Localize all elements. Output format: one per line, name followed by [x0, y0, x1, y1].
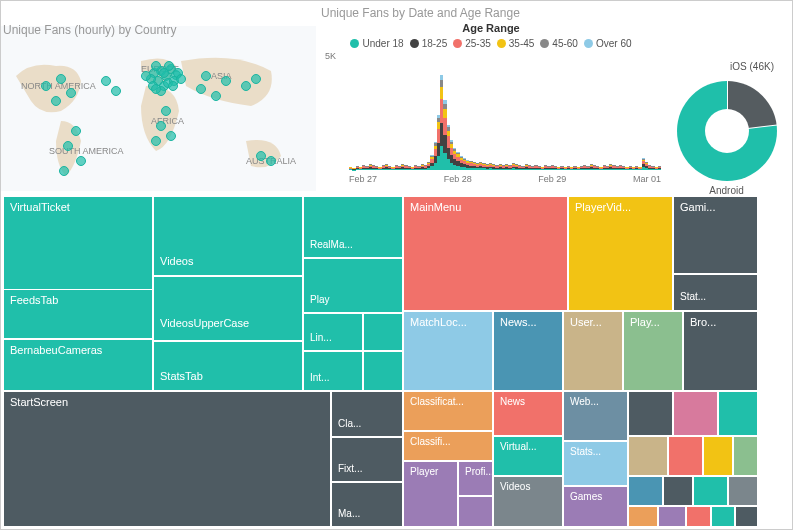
map-area[interactable]: NORTH AMERICA SOUTH AMERICA EUROPE ASIA …: [1, 26, 316, 191]
tree-node[interactable]: Bro...: [683, 311, 758, 391]
bar-chart[interactable]: Unique Fans by Date and Age Range Age Ra…: [321, 6, 661, 191]
tree-node[interactable]: [686, 506, 711, 527]
tree-node[interactable]: Cla...: [331, 391, 403, 437]
tree-node[interactable]: StatsTab: [153, 341, 303, 391]
tree-node[interactable]: Videos: [493, 476, 563, 527]
tree-node[interactable]: [728, 476, 758, 506]
legend-item: Under 18: [350, 38, 403, 49]
tree-node[interactable]: [628, 391, 673, 436]
tree-node[interactable]: [703, 436, 733, 476]
tree-node[interactable]: [711, 506, 735, 527]
tree-node[interactable]: FeedsTab: [3, 289, 153, 339]
map-chart[interactable]: NORTH AMERICA SOUTH AMERICA EUROPE ASIA …: [1, 26, 316, 191]
tree-node[interactable]: [628, 436, 668, 476]
map-marker[interactable]: [161, 106, 171, 116]
x-tick: Feb 27: [349, 174, 377, 184]
tree-node[interactable]: [733, 436, 758, 476]
map-marker[interactable]: [151, 136, 161, 146]
tree-node[interactable]: Stat...: [673, 274, 758, 311]
map-marker[interactable]: [221, 76, 231, 86]
map-marker[interactable]: [168, 81, 178, 91]
tree-node[interactable]: VideosUpperCase: [153, 276, 303, 341]
tree-node[interactable]: User...: [563, 311, 623, 391]
map-marker[interactable]: [201, 71, 211, 81]
map-marker[interactable]: [256, 151, 266, 161]
map-marker[interactable]: [111, 86, 121, 96]
tree-node[interactable]: Ma...: [331, 482, 403, 527]
tree-node[interactable]: Classificat...: [403, 391, 493, 431]
map-marker[interactable]: [63, 141, 73, 151]
map-marker[interactable]: [266, 156, 276, 166]
tree-node[interactable]: [673, 391, 718, 436]
map-marker[interactable]: [51, 96, 61, 106]
x-tick: Feb 29: [538, 174, 566, 184]
treemap-chart[interactable]: VirtualTicket FeedsTab BernabeuCameras V…: [3, 196, 791, 528]
tree-node[interactable]: News: [493, 391, 563, 436]
map-marker[interactable]: [151, 84, 161, 94]
map-marker[interactable]: [76, 156, 86, 166]
bar-title: Unique Fans by Date and Age Range: [321, 6, 661, 20]
tree-node[interactable]: BernabeuCameras: [3, 339, 153, 391]
tree-node[interactable]: MainMenu: [403, 196, 568, 311]
map-marker[interactable]: [59, 166, 69, 176]
tree-node[interactable]: Fixt...: [331, 437, 403, 482]
tree-node[interactable]: [668, 436, 703, 476]
tree-node[interactable]: Videos: [153, 196, 303, 276]
tree-node[interactable]: Games: [563, 486, 628, 527]
tree-node[interactable]: [628, 476, 663, 506]
x-tick: Feb 28: [444, 174, 472, 184]
tree-node[interactable]: Player: [403, 461, 458, 527]
map-marker[interactable]: [156, 121, 166, 131]
tree-node[interactable]: Virtual...: [493, 436, 563, 476]
tree-node[interactable]: Web...: [563, 391, 628, 441]
map-marker[interactable]: [251, 74, 261, 84]
legend-label: 35-45: [509, 38, 535, 49]
tree-node[interactable]: [658, 506, 686, 527]
tree-node[interactable]: RealMa...: [303, 196, 403, 258]
tree-node[interactable]: [693, 476, 728, 506]
continent-label: SOUTH AMERICA: [49, 146, 124, 156]
legend-label: 25-35: [465, 38, 491, 49]
tree-node[interactable]: [718, 391, 758, 436]
tree-node[interactable]: PlayerVid...: [568, 196, 673, 311]
x-tick: Mar 01: [633, 174, 661, 184]
map-marker[interactable]: [66, 88, 76, 98]
tree-node[interactable]: StartScreen: [3, 391, 331, 527]
tree-node[interactable]: [735, 506, 758, 527]
map-marker[interactable]: [196, 84, 206, 94]
world-map-icon: [1, 26, 316, 191]
map-marker[interactable]: [159, 68, 169, 78]
legend-item: 35-45: [497, 38, 535, 49]
map-marker[interactable]: [41, 81, 51, 91]
tree-node[interactable]: Classifi...: [403, 431, 493, 461]
x-axis: Feb 27Feb 28Feb 29Mar 01: [349, 174, 661, 184]
legend-swatch-icon: [584, 39, 593, 48]
map-marker[interactable]: [71, 126, 81, 136]
map-marker[interactable]: [241, 81, 251, 91]
tree-node[interactable]: News...: [493, 311, 563, 391]
map-marker[interactable]: [211, 91, 221, 101]
tree-node[interactable]: [363, 351, 403, 391]
map-marker[interactable]: [101, 76, 111, 86]
tree-node[interactable]: MatchLoc...: [403, 311, 493, 391]
tree-node[interactable]: [458, 496, 493, 527]
tree-node[interactable]: Stats...: [563, 441, 628, 486]
tree-node[interactable]: Gami...: [673, 196, 758, 274]
tree-node[interactable]: Lin...: [303, 313, 363, 351]
legend: Under 1818-2525-3535-4545-60Over 60: [321, 38, 661, 49]
tree-node[interactable]: Play...: [623, 311, 683, 391]
map-marker[interactable]: [141, 71, 151, 81]
tree-node[interactable]: [363, 313, 403, 351]
tree-node[interactable]: Int...: [303, 351, 363, 391]
tree-node[interactable]: [628, 506, 658, 527]
donut-chart[interactable]: iOS (46K) Android 154K: [669, 81, 784, 207]
tree-node[interactable]: Play: [303, 258, 403, 313]
tree-node[interactable]: Profi...: [458, 461, 493, 496]
map-marker[interactable]: [166, 131, 176, 141]
legend-swatch-icon: [410, 39, 419, 48]
map-marker[interactable]: [176, 74, 186, 84]
tree-node[interactable]: [663, 476, 693, 506]
legend-swatch-icon: [497, 39, 506, 48]
map-marker[interactable]: [56, 74, 66, 84]
donut-ring: [677, 81, 777, 181]
